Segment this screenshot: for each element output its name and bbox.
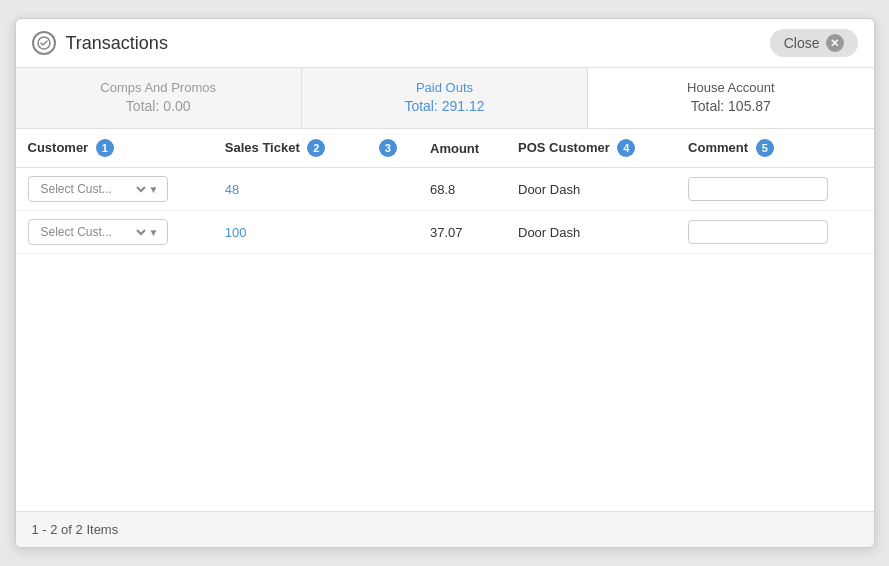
tabs-row: Comps And Promos Total: 0.00 Paid Outs T… — [16, 68, 874, 129]
transactions-table: Customer 1 Sales Ticket 2 3 Amount POS C — [16, 129, 874, 254]
col-header-3: 3 — [363, 129, 418, 168]
tab-paid-outs-total: Total: 291.12 — [318, 98, 571, 114]
col-header-amount: Amount — [418, 129, 506, 168]
ticket-link-2[interactable]: 100 — [225, 225, 247, 240]
tab-house-account[interactable]: House Account Total: 105.87 — [588, 68, 873, 128]
customer-dropdown-1[interactable]: Select Cust... — [37, 181, 149, 197]
cell-ticket-1: 48 — [213, 168, 363, 211]
close-button[interactable]: Close ✕ — [770, 29, 858, 57]
table-header-row: Customer 1 Sales Ticket 2 3 Amount POS C — [16, 129, 874, 168]
items-count: 1 - 2 of 2 Items — [32, 522, 119, 537]
modal-footer: 1 - 2 of 2 Items — [16, 511, 874, 547]
tab-paid-outs-title: Paid Outs — [318, 80, 571, 95]
cell-customer-2: Select Cust... ▼ — [16, 211, 213, 254]
dropdown-arrow-1: ▼ — [149, 184, 159, 195]
cell-ticket-2: 100 — [213, 211, 363, 254]
customer-dropdown-2[interactable]: Select Cust... — [37, 224, 149, 240]
tab-house-account-total: Total: 105.87 — [604, 98, 857, 114]
cell-col3-2 — [363, 211, 418, 254]
table-container: Customer 1 Sales Ticket 2 3 Amount POS C — [16, 129, 874, 511]
customer-select-2[interactable]: Select Cust... ▼ — [28, 219, 168, 245]
cell-comment-1 — [676, 168, 873, 211]
close-icon: ✕ — [826, 34, 844, 52]
col-header-customer: Customer 1 — [16, 129, 213, 168]
comment-input-1[interactable] — [688, 177, 828, 201]
tab-comps[interactable]: Comps And Promos Total: 0.00 — [16, 68, 302, 128]
transactions-modal: Transactions Close ✕ Comps And Promos To… — [15, 18, 875, 548]
cell-col3-1 — [363, 168, 418, 211]
customer-select-1[interactable]: Select Cust... ▼ — [28, 176, 168, 202]
col-header-sales-ticket: Sales Ticket 2 — [213, 129, 363, 168]
ticket-link-1[interactable]: 48 — [225, 182, 239, 197]
modal-header: Transactions Close ✕ — [16, 19, 874, 68]
comment-input-2[interactable] — [688, 220, 828, 244]
col-header-pos-customer: POS Customer 4 — [506, 129, 676, 168]
col-header-comment: Comment 5 — [676, 129, 873, 168]
cell-pos-customer-2: Door Dash — [506, 211, 676, 254]
cell-pos-customer-1: Door Dash — [506, 168, 676, 211]
title-group: Transactions — [32, 31, 168, 55]
tab-comps-total: Total: 0.00 — [32, 98, 285, 114]
close-label: Close — [784, 35, 820, 51]
dropdown-arrow-2: ▼ — [149, 227, 159, 238]
cell-amount-2: 37.07 — [418, 211, 506, 254]
cell-comment-2 — [676, 211, 873, 254]
cell-customer-1: Select Cust... ▼ — [16, 168, 213, 211]
tab-house-account-title: House Account — [604, 80, 857, 95]
tab-comps-title: Comps And Promos — [32, 80, 285, 95]
tab-paid-outs[interactable]: Paid Outs Total: 291.12 — [302, 68, 588, 128]
table-row: Select Cust... ▼ 100 37.07 Door Dash — [16, 211, 874, 254]
cell-amount-1: 68.8 — [418, 168, 506, 211]
title-icon — [32, 31, 56, 55]
table-row: Select Cust... ▼ 48 68.8 Door Dash — [16, 168, 874, 211]
modal-title: Transactions — [66, 33, 168, 54]
